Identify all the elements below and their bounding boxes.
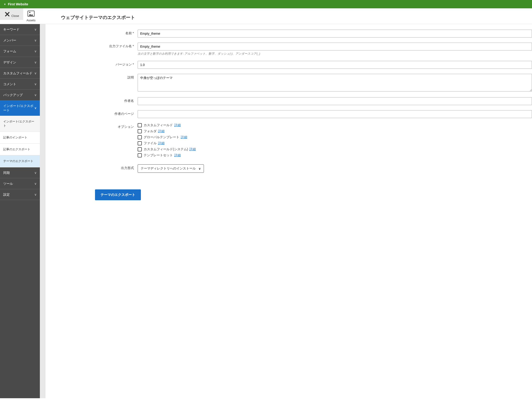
form-row-options: オプション カスタムフィールド 詳細 フォルダ 詳細 グローバルテンプレート 詳… xyxy=(45,123,532,159)
author-page-input[interactable] xyxy=(138,110,532,118)
sidebar-item-label: 設定 xyxy=(3,192,10,197)
sidebar-item-custom-field[interactable]: カスタムフィールド ∨ xyxy=(0,68,40,79)
description-input[interactable] xyxy=(138,74,532,92)
chevron-down-icon: ∨ xyxy=(34,171,37,175)
checkbox-template-set[interactable] xyxy=(138,153,142,157)
label-version: バージョン * xyxy=(45,61,138,67)
option-global-template: グローバルテンプレート 詳細 xyxy=(138,135,532,139)
checkbox-file[interactable] xyxy=(138,141,142,145)
option-folder: フォルダ 詳細 xyxy=(138,129,532,133)
subnav-import-export[interactable]: インポート/エクスポート xyxy=(0,116,40,132)
detail-link[interactable]: 詳細 xyxy=(174,153,181,157)
top-bar: ▼ First Website xyxy=(0,0,532,8)
option-template-set: テンプレートセット 詳細 xyxy=(138,153,532,157)
sidebar-item-label: フォーム xyxy=(3,49,16,53)
name-input[interactable] xyxy=(138,30,532,37)
main-layout: キーワード ∨ メンバー ∨ フォーム ∨ デザイン ∨ カスタムフィールド ∨… xyxy=(0,24,532,398)
checkbox-folder[interactable] xyxy=(138,129,142,133)
subnav-export-article[interactable]: 記事のエクスポート xyxy=(0,143,40,155)
label-output-file: 出力ファイル名 * xyxy=(45,43,138,48)
detail-link[interactable]: 詳細 xyxy=(158,129,165,133)
sidebar-item-backup[interactable]: バックアップ ∨ xyxy=(0,90,40,100)
label-description: 説明 xyxy=(45,74,138,80)
detail-link[interactable]: 詳細 xyxy=(174,123,181,127)
chevron-down-icon: ∨ xyxy=(34,49,37,53)
checkbox-global-template[interactable] xyxy=(138,135,142,139)
option-label: フォルダ xyxy=(144,129,157,133)
output-file-help: 次の文字と数字のみ利用できます: アルファベット、数字、ダッシュ(-)、アンダー… xyxy=(138,52,532,56)
form-row-description: 説明 xyxy=(45,74,532,92)
assets-label: Assets xyxy=(26,19,35,22)
form-row-author: 作者名 xyxy=(45,97,532,105)
sidebar-item-label: バックアップ xyxy=(3,93,23,97)
close-label: Close xyxy=(11,14,19,18)
form-row-name: 名前 * xyxy=(45,30,532,37)
chevron-down-icon: ∨ xyxy=(34,192,37,197)
label-name: 名前 * xyxy=(45,30,138,35)
chevron-down-icon: ∨ xyxy=(34,60,37,64)
detail-link[interactable]: 詳細 xyxy=(158,141,165,145)
sidebar-item-tool[interactable]: ツール ∨ xyxy=(0,178,40,189)
detail-link[interactable]: 詳細 xyxy=(181,135,187,139)
chevron-down-icon: ∨ xyxy=(34,71,37,75)
assets-icon xyxy=(26,11,35,18)
subnav-export-theme[interactable]: テーマのエクスポート xyxy=(0,155,40,167)
version-input[interactable] xyxy=(138,61,532,69)
chevron-down-icon: ∨ xyxy=(34,82,37,86)
close-icon: ✕ xyxy=(4,10,10,19)
sidebar-item-label: キーワード xyxy=(3,27,19,31)
label-author-page: 作者のページ xyxy=(45,110,138,116)
sidebar-item-label: インポート/エクスポート xyxy=(3,104,34,112)
chevron-down-icon: ∨ xyxy=(34,181,37,186)
sidebar-item-label: デザイン xyxy=(3,60,16,64)
export-theme-button[interactable]: テーマのエクスポート xyxy=(95,189,141,200)
sidebar-item-keyword[interactable]: キーワード ∨ xyxy=(0,24,40,35)
sidebar-item-label: 同期 xyxy=(3,171,10,175)
chevron-down-icon: ∨ xyxy=(34,93,37,97)
output-file-input[interactable] xyxy=(138,43,532,50)
sidebar-item-member[interactable]: メンバー ∨ xyxy=(0,35,40,46)
sidebar-item-comment[interactable]: コメント ∨ xyxy=(0,79,40,90)
sidebar-item-import-export[interactable]: インポート/エクスポート ∨ xyxy=(0,100,40,116)
sidebar-item-form[interactable]: フォーム ∨ xyxy=(0,46,40,57)
option-label: カスタムフィールド xyxy=(144,123,173,127)
option-label: ファイル xyxy=(144,141,157,145)
sidebar-item-label: カスタムフィールド xyxy=(3,71,32,75)
form-row-author-page: 作者のページ xyxy=(45,110,532,118)
option-file: ファイル 詳細 xyxy=(138,141,532,145)
label-output-format: 出力形式 xyxy=(45,164,138,170)
label-author: 作者名 xyxy=(45,97,138,103)
site-name[interactable]: First Website xyxy=(8,2,28,6)
content-area: 名前 * 出力ファイル名 * 次の文字と数字のみ利用できます: アルファベット、… xyxy=(45,24,532,398)
toolbar: ✕ Close Assets ウェブサイトテーマのエクスポート xyxy=(0,8,532,24)
form-row-output-format: 出力形式 テーマディレクトリへのインストール ∨ xyxy=(45,164,532,173)
sidebar: キーワード ∨ メンバー ∨ フォーム ∨ デザイン ∨ カスタムフィールド ∨… xyxy=(0,24,40,398)
output-format-select[interactable]: テーマディレクトリへのインストール ∨ xyxy=(138,164,204,173)
sidebar-item-label: コメント xyxy=(3,82,16,86)
assets-button[interactable]: Assets xyxy=(23,8,39,24)
form-row-version: バージョン * xyxy=(45,61,532,69)
select-value: テーマディレクトリへのインストール xyxy=(141,167,196,171)
label-options: オプション xyxy=(45,123,138,129)
option-label: カスタムフィールド(システム) xyxy=(144,147,188,151)
checkbox-custom-field[interactable] xyxy=(138,123,142,127)
chevron-down-icon: ∨ xyxy=(34,106,37,110)
author-input[interactable] xyxy=(138,97,532,105)
checkbox-custom-field-system[interactable] xyxy=(138,147,142,151)
close-button[interactable]: ✕ Close xyxy=(0,8,23,20)
option-custom-field-system: カスタムフィールド(システム) 詳細 xyxy=(138,147,532,151)
option-custom-field: カスタムフィールド 詳細 xyxy=(138,123,532,127)
chevron-down-icon: ∨ xyxy=(34,27,37,31)
chevron-down-icon: ∨ xyxy=(34,38,37,42)
form-row-output-file: 出力ファイル名 * 次の文字と数字のみ利用できます: アルファベット、数字、ダッ… xyxy=(45,43,532,56)
option-label: テンプレートセット xyxy=(144,153,173,157)
sidebar-item-settings[interactable]: 設定 ∨ xyxy=(0,189,40,200)
sidebar-item-design[interactable]: デザイン ∨ xyxy=(0,57,40,68)
subnav-import-article[interactable]: 記事のインポート xyxy=(0,132,40,143)
dropdown-triangle-icon[interactable]: ▼ xyxy=(4,3,6,6)
chevron-down-icon: ∨ xyxy=(199,167,201,170)
detail-link[interactable]: 詳細 xyxy=(189,147,196,151)
sidebar-item-sync[interactable]: 同期 ∨ xyxy=(0,167,40,178)
sidebar-item-label: メンバー xyxy=(3,38,16,42)
option-label: グローバルテンプレート xyxy=(144,135,179,139)
